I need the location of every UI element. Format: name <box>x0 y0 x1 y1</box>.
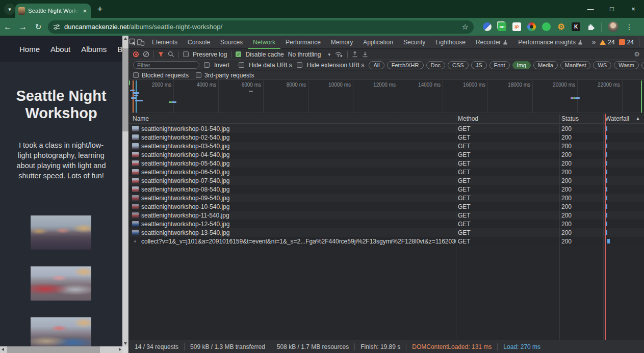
clear-network-log-icon[interactable] <box>143 51 149 58</box>
more-tabs-icon[interactable]: » <box>588 38 600 46</box>
column-divider[interactable] <box>559 114 560 124</box>
column-divider[interactable] <box>456 114 456 124</box>
devtools-tab[interactable]: Elements <box>147 36 183 49</box>
resource-type-pill[interactable]: All <box>369 61 384 69</box>
extensions-puzzle-icon[interactable] <box>586 22 595 31</box>
resource-type-pill[interactable]: Media <box>533 61 558 69</box>
bookmark-star-icon[interactable]: ☆ <box>462 22 469 32</box>
extension-color-ring-icon[interactable] <box>527 22 536 31</box>
export-har-icon[interactable] <box>362 51 368 58</box>
scroll-right-icon[interactable] <box>119 348 121 351</box>
browser-tab[interactable]: Seattle Night Workshop :: Dunc × <box>15 4 91 18</box>
network-request-row[interactable]: seattlenightworkshop-01-540.jpg GET 200 <box>129 124 644 133</box>
scroll-down-icon[interactable] <box>124 342 127 345</box>
extension-ip-icon[interactable]: IP <box>512 22 521 31</box>
site-info-icon[interactable] <box>53 23 60 31</box>
column-header-method[interactable]: Method <box>458 114 478 124</box>
throttling-dropdown[interactable]: No throttling ▾ <box>288 51 330 58</box>
network-request-row[interactable]: seattlenightworkshop-03-540.jpg GET 200 <box>129 142 644 150</box>
issues-badge[interactable]: 24 <box>619 39 634 46</box>
overview-right-handle[interactable] <box>641 80 642 113</box>
devtools-tab[interactable]: Performance insights <box>513 36 588 49</box>
column-header-waterfall[interactable]: Waterfall <box>605 114 629 124</box>
warnings-badge[interactable]: 24 <box>600 39 614 46</box>
devtools-tab[interactable]: Performance <box>280 36 326 49</box>
profile-avatar[interactable] <box>608 21 619 32</box>
overview-left-handle[interactable] <box>129 80 130 85</box>
resource-type-pill[interactable]: Font <box>490 61 510 69</box>
scroll-up-icon[interactable] <box>124 37 127 40</box>
page-horizontal-scrollbar[interactable] <box>0 346 128 353</box>
extension-gear-icon[interactable]: ⚙ <box>557 22 565 31</box>
network-request-row[interactable]: seattlenightworkshop-09-540.jpg GET 200 <box>129 194 644 202</box>
network-request-row[interactable]: seattlenightworkshop-08-540.jpg GET 200 <box>129 185 644 194</box>
scroll-left-icon[interactable] <box>2 348 4 351</box>
resource-type-pill[interactable]: Doc <box>426 61 446 69</box>
network-conditions-icon[interactable] <box>334 51 343 58</box>
device-toolbar-icon[interactable] <box>137 36 145 49</box>
devtools-tab[interactable]: Sources <box>215 36 248 49</box>
site-nav-link[interactable]: Home <box>19 45 40 53</box>
extension-on-badge-icon[interactable]: on <box>498 22 506 31</box>
disable-cache-checkbox[interactable]: ✓ <box>236 51 241 57</box>
tab-search-chevron-icon[interactable]: ▾ <box>4 4 15 15</box>
minimize-button[interactable]: — <box>580 0 601 18</box>
column-header-name[interactable]: Name <box>133 114 149 124</box>
browser-menu-icon[interactable]: ⋮ <box>626 23 633 31</box>
sort-ascending-icon[interactable]: ▲ <box>636 114 640 124</box>
filter-input[interactable] <box>133 61 199 69</box>
column-header-status[interactable]: Status <box>561 114 579 124</box>
tab-close-icon[interactable]: × <box>82 7 88 15</box>
network-request-row[interactable]: collect?v=1&_v=j101&a=2091016159&t=event… <box>129 237 644 246</box>
album-photo-thumbnail[interactable] <box>31 215 91 250</box>
reload-button[interactable]: ↻ <box>31 22 46 32</box>
resource-type-pill[interactable]: Other <box>641 61 644 69</box>
filter-funnel-icon[interactable] <box>158 52 164 57</box>
network-request-row[interactable]: seattlenightworkshop-12-540.jpg GET 200 <box>129 220 644 228</box>
blocked-requests-checkbox[interactable] <box>133 72 139 78</box>
network-request-row[interactable]: seattlenightworkshop-13-540.jpg GET 200 <box>129 228 644 237</box>
devtools-tab[interactable]: Lighthouse <box>430 36 471 49</box>
resource-type-pill[interactable]: JS <box>471 61 487 69</box>
search-icon[interactable] <box>168 51 174 58</box>
resource-type-pill[interactable]: WS <box>593 61 611 69</box>
extension-green-dot-icon[interactable] <box>542 22 551 31</box>
resource-type-pill[interactable]: Fetch/XHR <box>387 61 424 69</box>
album-photo-thumbnail[interactable] <box>31 266 91 301</box>
resource-type-pill[interactable]: Manifest <box>560 61 591 69</box>
network-request-row[interactable]: seattlenightworkshop-05-540.jpg GET 200 <box>129 159 644 168</box>
back-button[interactable]: ← <box>0 22 15 32</box>
hide-data-urls-checkbox[interactable] <box>239 62 244 68</box>
site-nav-link[interactable]: About <box>50 45 70 53</box>
extension-privacy-shield-icon[interactable] <box>483 22 492 31</box>
preserve-log-checkbox[interactable] <box>183 51 189 57</box>
record-network-log-button[interactable] <box>133 51 139 57</box>
address-bar[interactable]: duncanmackenzie.net /albums/seattle-nigh… <box>48 20 474 34</box>
horizontal-scroll-thumb[interactable] <box>7 346 100 353</box>
third-party-requests-checkbox[interactable] <box>196 72 201 78</box>
hide-extension-urls-checkbox[interactable] <box>297 62 302 68</box>
resource-type-pill[interactable]: CSS <box>448 61 469 69</box>
network-request-row[interactable]: seattlenightworkshop-11-540.jpg GET 200 <box>129 211 644 220</box>
devtools-tab[interactable]: Network <box>248 36 280 49</box>
new-tab-button[interactable]: + <box>94 3 106 15</box>
network-request-row[interactable]: seattlenightworkshop-10-540.jpg GET 200 <box>129 202 644 211</box>
resource-type-pill[interactable]: Wasm <box>614 61 639 69</box>
devtools-tab[interactable]: Security <box>398 36 430 49</box>
site-nav-link[interactable]: Albums <box>81 45 107 53</box>
page-vertical-scrollbar[interactable] <box>122 36 128 346</box>
forward-button[interactable]: → <box>15 22 31 32</box>
close-button[interactable]: × <box>623 0 644 18</box>
network-request-row[interactable]: seattlenightworkshop-06-540.jpg GET 200 <box>129 168 644 176</box>
network-request-row[interactable]: seattlenightworkshop-04-540.jpg GET 200 <box>129 150 644 159</box>
devtools-tab[interactable]: Console <box>183 36 215 49</box>
devtools-tab[interactable]: Recorder <box>471 36 513 49</box>
invert-checkbox[interactable] <box>204 62 210 68</box>
import-har-icon[interactable] <box>352 51 358 58</box>
extension-k-icon[interactable]: K <box>572 22 580 31</box>
vertical-scroll-thumb[interactable] <box>122 48 128 131</box>
network-request-row[interactable]: seattlenightworkshop-02-540.jpg GET 200 <box>129 133 644 142</box>
devtools-tab[interactable]: Application <box>358 36 398 49</box>
devtools-tab[interactable]: Memory <box>326 36 358 49</box>
network-overview-timeline[interactable]: 2000 ms4000 ms6000 ms8000 ms10000 ms1200… <box>129 80 644 113</box>
